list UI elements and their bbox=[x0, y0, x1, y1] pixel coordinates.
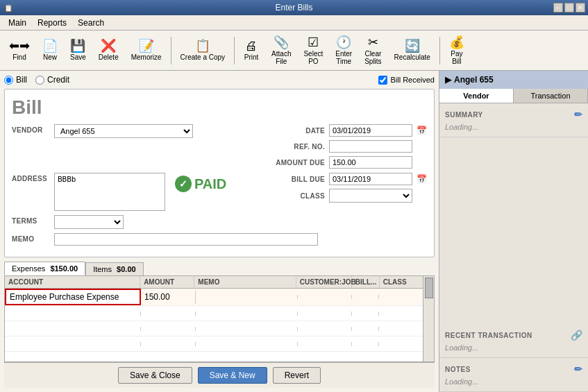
save-button[interactable]: 💾 Save bbox=[65, 37, 91, 64]
find-button[interactable]: ⬅➡ Find bbox=[4, 37, 35, 64]
amount-due-label: AMOUNT DUE bbox=[269, 159, 325, 167]
pay-bill-button[interactable]: 💰 PayBill bbox=[444, 33, 469, 68]
bill-cell-1[interactable] bbox=[352, 295, 379, 299]
memo-input[interactable] bbox=[54, 233, 318, 246]
bill-cell-3[interactable] bbox=[352, 327, 379, 331]
main-content: Bill Credit Bill Received Bill VENDOR An… bbox=[0, 71, 588, 392]
amount-due-input[interactable] bbox=[329, 156, 412, 169]
attach-file-button[interactable]: 📎 AttachFile bbox=[267, 33, 296, 68]
revert-button[interactable]: Revert bbox=[273, 367, 321, 384]
amount-cell-3[interactable] bbox=[141, 327, 196, 331]
title-bar: 📋 Enter Bills ─ □ ✕ bbox=[0, 0, 588, 15]
attach-file-icon: 📎 bbox=[274, 36, 289, 49]
bill-credit-row: Bill Credit Bill Received bbox=[4, 75, 435, 85]
select-po-button[interactable]: ☑ SelectPO bbox=[299, 33, 328, 68]
clear-splits-button[interactable]: ✂ ClearSplits bbox=[360, 33, 386, 68]
find-icon: ⬅➡ bbox=[9, 40, 30, 52]
memorize-button[interactable]: 📝 Memorize bbox=[126, 37, 167, 64]
items-tab[interactable]: Items $0.00 bbox=[85, 262, 144, 275]
bill-form: Bill VENDOR Angel 655 DATE 📅 REF. NO. bbox=[4, 89, 435, 257]
memo-cell-1[interactable] bbox=[196, 295, 298, 299]
vendor-select[interactable]: Angel 655 bbox=[54, 124, 193, 138]
recalculate-button[interactable]: 🔄 Recalculate bbox=[389, 37, 435, 64]
table-row[interactable]: Employee Purchase Expense 150.00 bbox=[5, 289, 434, 306]
custjob-cell-4[interactable] bbox=[298, 342, 353, 346]
select-po-icon: ☑ bbox=[308, 36, 319, 49]
refno-row: REF. NO. bbox=[269, 140, 427, 153]
grid-header-bill: BILL... bbox=[352, 276, 380, 288]
bill-cell-4[interactable] bbox=[352, 342, 379, 346]
bill-received-label: Bill Received bbox=[390, 76, 435, 84]
menu-item-main[interactable]: Main bbox=[3, 17, 32, 29]
bill-due-input[interactable] bbox=[329, 173, 412, 185]
memo-cell-3[interactable] bbox=[196, 327, 298, 331]
delete-button[interactable]: ❌ Delete bbox=[94, 37, 124, 64]
address-textarea[interactable]: BBBb bbox=[54, 173, 165, 211]
bill-cell-2[interactable] bbox=[352, 312, 379, 316]
recalculate-icon: 🔄 bbox=[405, 40, 420, 52]
bill-received-checkbox[interactable] bbox=[378, 76, 387, 85]
enter-time-button[interactable]: 🕐 EnterTime bbox=[330, 33, 357, 68]
close-button[interactable]: ✕ bbox=[576, 3, 585, 12]
account-cell-4[interactable] bbox=[5, 342, 141, 346]
account-cell-1[interactable]: Employee Purchase Expense bbox=[5, 289, 141, 305]
terms-select[interactable] bbox=[54, 215, 124, 229]
table-row[interactable] bbox=[5, 321, 434, 336]
custjob-cell-2[interactable] bbox=[298, 312, 353, 316]
clear-splits-icon: ✂ bbox=[368, 36, 378, 49]
credit-radio[interactable] bbox=[35, 76, 44, 85]
amount-cell-2[interactable] bbox=[141, 312, 196, 316]
notes-edit-icon[interactable]: ✏ bbox=[574, 364, 583, 375]
bill-form-title: Bill bbox=[12, 96, 427, 119]
save-close-button[interactable]: Save & Close bbox=[118, 367, 192, 384]
summary-edit-icon[interactable]: ✏ bbox=[574, 109, 583, 120]
notes-content: Loading... bbox=[445, 377, 582, 386]
enter-time-icon: 🕐 bbox=[336, 36, 351, 49]
grid-scrollbar[interactable] bbox=[423, 276, 434, 361]
bill-due-calendar-icon[interactable]: 📅 bbox=[417, 174, 427, 184]
date-calendar-icon[interactable]: 📅 bbox=[417, 126, 427, 135]
create-copy-button[interactable]: 📋 Create a Copy bbox=[176, 37, 230, 64]
right-panel-header: ▶ Angel 655 bbox=[439, 71, 588, 89]
spacer bbox=[439, 137, 588, 324]
table-row[interactable] bbox=[5, 306, 434, 321]
menu-item-search[interactable]: Search bbox=[72, 17, 110, 29]
bill-radio-label: Bill bbox=[16, 75, 27, 85]
expenses-tab[interactable]: Expenses $150.00 bbox=[4, 262, 85, 275]
new-button[interactable]: 📄 New bbox=[37, 37, 62, 64]
toolbar: ⬅➡ Find 📄 New 💾 Save ❌ Delete 📝 Memorize… bbox=[0, 31, 588, 71]
custjob-cell-3[interactable] bbox=[298, 327, 353, 331]
account-cell-2[interactable] bbox=[5, 312, 141, 316]
bill-radio[interactable] bbox=[4, 76, 13, 85]
recent-transaction-icon[interactable]: 🔗 bbox=[571, 330, 583, 341]
memo-cell-2[interactable] bbox=[196, 312, 298, 316]
paid-badge: ✓ PAID bbox=[169, 173, 232, 195]
window-controls[interactable]: ─ □ ✕ bbox=[553, 3, 585, 12]
paid-check-icon: ✓ bbox=[175, 176, 192, 192]
menu-item-reports[interactable]: Reports bbox=[32, 17, 72, 29]
print-button[interactable]: 🖨 Print bbox=[239, 37, 264, 64]
toolbar-separator-2 bbox=[234, 37, 235, 65]
bill-received-group: Bill Received bbox=[378, 76, 435, 85]
save-icon: 💾 bbox=[70, 40, 85, 52]
grid-scrollbar-thumb[interactable] bbox=[425, 278, 433, 298]
transaction-tab[interactable]: Transaction bbox=[514, 89, 588, 103]
save-new-button[interactable]: Save & New bbox=[198, 367, 267, 384]
table-row[interactable] bbox=[5, 336, 434, 352]
custjob-cell-1[interactable] bbox=[298, 295, 353, 299]
minimize-button[interactable]: ─ bbox=[553, 3, 563, 12]
memo-cell-4[interactable] bbox=[196, 342, 298, 346]
create-copy-icon: 📋 bbox=[195, 40, 210, 52]
left-panel: Bill Credit Bill Received Bill VENDOR An… bbox=[0, 71, 439, 392]
date-input[interactable] bbox=[329, 124, 412, 137]
terms-row: TERMS bbox=[12, 215, 427, 229]
account-cell-3[interactable] bbox=[5, 327, 141, 331]
vendor-tab[interactable]: Vendor bbox=[439, 89, 514, 103]
refno-input[interactable] bbox=[329, 140, 412, 153]
amount-cell-4[interactable] bbox=[141, 342, 196, 346]
grid-header: ACCOUNT AMOUNT MEMO CUSTOMER:JOB BILL...… bbox=[5, 276, 434, 289]
grid-header-account: ACCOUNT bbox=[5, 276, 140, 288]
maximize-button[interactable]: □ bbox=[564, 3, 574, 12]
class-select[interactable] bbox=[329, 189, 412, 203]
amount-cell-1[interactable]: 150.00 bbox=[141, 290, 196, 304]
